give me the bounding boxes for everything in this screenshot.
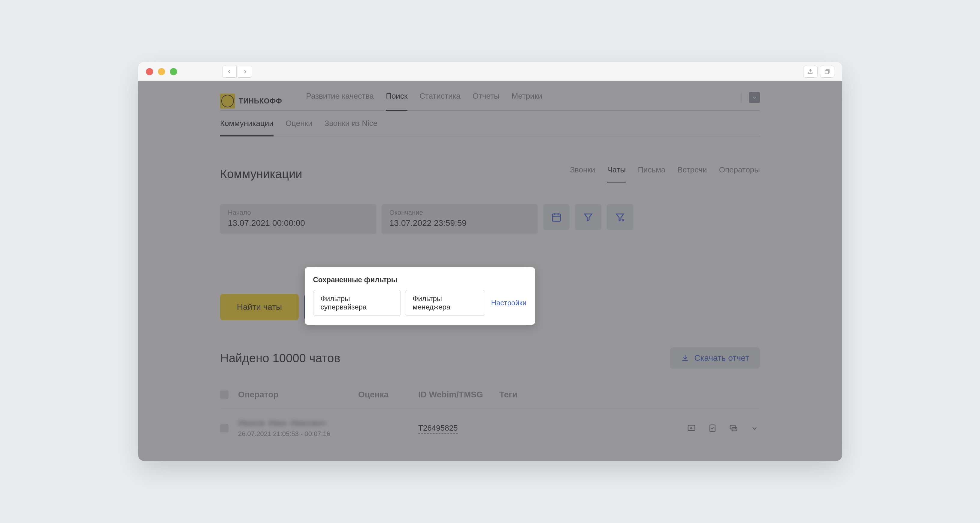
back-button[interactable] xyxy=(222,66,237,78)
browser-window: ТИНЬКОФФ Развитие качества Поиск Статист… xyxy=(138,62,842,461)
filter-manager-chip[interactable]: Фильтры менеджера xyxy=(405,290,485,316)
filter-settings-link[interactable]: Настройки xyxy=(491,299,527,307)
share-button[interactable] xyxy=(803,66,818,78)
tabs-button[interactable] xyxy=(820,66,834,78)
nav-arrows xyxy=(222,66,252,78)
saved-filters-title: Сохраненные фильтры xyxy=(313,276,527,284)
traffic-lights xyxy=(146,68,177,75)
filter-supervisor-chip[interactable]: Фильтры супервайзера xyxy=(313,290,401,316)
titlebar xyxy=(138,62,842,81)
content-wrapper: ТИНЬКОФФ Развитие качества Поиск Статист… xyxy=(138,81,842,461)
maximize-window-button[interactable] xyxy=(170,68,177,75)
forward-button[interactable] xyxy=(238,66,252,78)
svg-rect-0 xyxy=(825,70,828,74)
titlebar-right xyxy=(803,66,834,78)
close-window-button[interactable] xyxy=(146,68,153,75)
saved-filters-popup: Сохраненные фильтры Фильтры супервайзера… xyxy=(305,267,535,325)
saved-filters-row: Фильтры супервайзера Фильтры менеджера Н… xyxy=(313,290,527,316)
minimize-window-button[interactable] xyxy=(158,68,165,75)
